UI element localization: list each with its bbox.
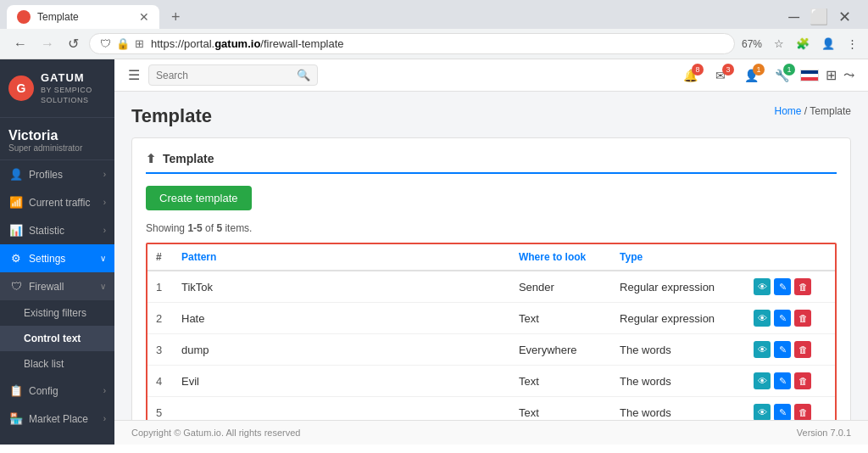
profile-icon[interactable]: 👤	[821, 37, 835, 50]
edit-button[interactable]: ✎	[774, 372, 791, 389]
sidebar-item-config[interactable]: 📋 Config ›	[0, 377, 114, 405]
action-icons: 👁 ✎ 🗑	[754, 278, 826, 295]
reload-button[interactable]: ↺	[64, 34, 82, 53]
sidebar-item-existing-filters[interactable]: Existing filters	[0, 300, 114, 326]
card-header: ⬆ Template	[146, 152, 837, 174]
view-button[interactable]: 👁	[754, 278, 771, 295]
menu-icon[interactable]: ⋮	[847, 37, 858, 50]
col-type: Type	[611, 244, 745, 271]
delete-button[interactable]: 🗑	[794, 372, 811, 389]
statistic-icon: 📊	[8, 224, 24, 237]
tools-button[interactable]: 🔧1	[770, 65, 793, 86]
cell-where: Sender	[510, 271, 611, 303]
browser-addressbar: ← → ↺ 🛡 🔒 ⊞ https://portal.gatum.io/fire…	[0, 29, 868, 59]
active-browser-tab[interactable]: Template ✕	[7, 5, 159, 29]
sidebar-label-config: Config	[29, 385, 98, 397]
search-wrap[interactable]: 🔍	[148, 64, 318, 86]
cell-type: The words	[611, 366, 745, 397]
cell-spacer	[236, 271, 510, 303]
breadcrumb: Home / Template	[774, 105, 851, 117]
search-input[interactable]	[156, 70, 292, 81]
action-icons: 👁 ✎ 🗑	[754, 404, 826, 420]
cell-spacer	[236, 303, 510, 334]
delete-button[interactable]: 🗑	[794, 341, 811, 358]
view-button[interactable]: 👁	[754, 372, 771, 389]
edit-button[interactable]: ✎	[774, 278, 791, 295]
cell-type: Regular expression	[611, 303, 745, 334]
maximize-button[interactable]: ⬜	[810, 8, 828, 26]
sidebar-item-settings[interactable]: ⚙ Settings ∨	[0, 244, 114, 272]
sidebar-item-profiles[interactable]: 👤 Profiles ›	[0, 160, 114, 188]
cell-actions: 👁 ✎ 🗑	[745, 271, 835, 303]
alerts-button[interactable]: 👤1	[739, 65, 763, 86]
new-tab-button[interactable]: +	[166, 8, 186, 26]
messages-badge: 3	[722, 64, 734, 76]
extensions-icon[interactable]: 🧩	[796, 37, 810, 50]
cell-actions: 👁 ✎ 🗑	[745, 397, 835, 421]
cell-spacer	[236, 334, 510, 366]
col-where: Where to look	[510, 244, 611, 271]
sidebar-item-firewall[interactable]: 🛡 Firewall ∨	[0, 272, 114, 300]
sidebar-item-control-text[interactable]: Control text	[0, 326, 114, 351]
settings-icon: ⚙	[8, 252, 24, 265]
cell-num: 4	[147, 366, 173, 397]
cell-spacer	[236, 397, 510, 421]
breadcrumb-home[interactable]: Home	[774, 105, 801, 117]
cell-num: 5	[147, 397, 173, 421]
delete-button[interactable]: 🗑	[794, 404, 811, 420]
cell-num: 2	[147, 303, 173, 334]
language-flag[interactable]	[800, 70, 819, 81]
minimize-button[interactable]: ─	[788, 8, 799, 26]
logo-text: GATUM BY SEMPICO SOLUTIONS	[41, 71, 106, 105]
delete-button[interactable]: 🗑	[794, 278, 811, 295]
edit-button[interactable]: ✎	[774, 404, 791, 420]
security-icon: 🛡	[100, 37, 111, 50]
sidebar-label-firewall: Firewall	[29, 281, 95, 293]
close-tab-button[interactable]: ✕	[139, 11, 149, 23]
cell-where: Text	[510, 303, 611, 334]
table-row: 5 Text The words 👁 ✎ 🗑	[147, 397, 835, 421]
create-template-button[interactable]: Create template	[146, 186, 252, 210]
table-bordered-container: # Pattern Where to look Type 1	[146, 243, 837, 420]
bookmark-icon[interactable]: ☆	[774, 37, 784, 50]
forward-button[interactable]: →	[37, 35, 58, 53]
hamburger-icon[interactable]: ☰	[128, 67, 140, 83]
sidebar-label-traffic: Current traffic	[29, 197, 98, 209]
sidebar-item-market-place[interactable]: 🏪 Market Place ›	[0, 405, 114, 433]
sidebar-label-marketplace: Market Place	[29, 413, 98, 425]
back-button[interactable]: ←	[10, 35, 31, 53]
cell-num: 1	[147, 271, 173, 303]
cell-type: The words	[611, 397, 745, 421]
sidebar-item-statistic[interactable]: 📊 Statistic ›	[0, 216, 114, 244]
messages-button[interactable]: ✉3	[709, 65, 732, 86]
col-actions	[745, 244, 835, 271]
card-heading-text: Template	[163, 152, 214, 165]
sidebar-item-current-traffic[interactable]: 📶 Current traffic ›	[0, 188, 114, 216]
cell-actions: 👁 ✎ 🗑	[745, 334, 835, 366]
view-button[interactable]: 👁	[754, 310, 771, 327]
address-bar[interactable]: 🛡 🔒 ⊞ https://portal.gatum.io/firewall-t…	[89, 33, 735, 54]
chevron-right-icon-5: ›	[103, 414, 106, 423]
sidebar-label-black-list: Black list	[24, 358, 64, 370]
cell-type: The words	[611, 334, 745, 366]
showing-text: Showing 1-5 of 5 items.	[146, 222, 837, 234]
lock-icon: 🔒	[116, 37, 130, 50]
main-content: Template Home / Template ⬆ Template Crea…	[114, 92, 868, 420]
col-spacer	[236, 244, 510, 271]
sidebar-item-black-list[interactable]: Black list	[0, 351, 114, 377]
view-button[interactable]: 👁	[754, 404, 771, 420]
view-button[interactable]: 👁	[754, 341, 771, 358]
close-button[interactable]: ✕	[838, 8, 851, 26]
delete-button[interactable]: 🗑	[794, 310, 811, 327]
signout-icon[interactable]: ⤳	[843, 67, 854, 83]
cell-actions: 👁 ✎ 🗑	[745, 303, 835, 334]
sidebar-label-control-text: Control text	[24, 333, 81, 344]
notifications-button[interactable]: 🔔8	[678, 65, 702, 86]
edit-button[interactable]: ✎	[774, 341, 791, 358]
cell-actions: 👁 ✎ 🗑	[745, 366, 835, 397]
browser-tabs: Template ✕ + ─ ⬜ ✕	[0, 0, 868, 29]
grid-view-icon[interactable]: ⊞	[826, 67, 837, 83]
chevron-right-icon-3: ›	[103, 226, 106, 235]
template-table: # Pattern Where to look Type 1	[147, 244, 835, 420]
edit-button[interactable]: ✎	[774, 310, 791, 327]
